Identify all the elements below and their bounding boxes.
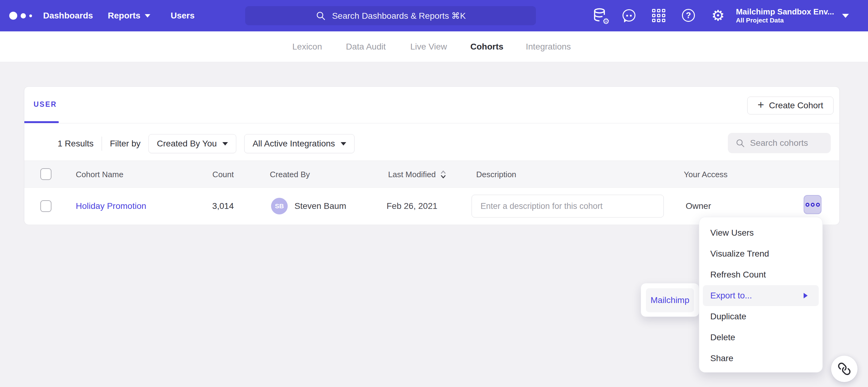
tab-data-audit[interactable]: Data Audit xyxy=(346,31,385,62)
cohorts-screen: Dashboards Reports Users Search Dashboar… xyxy=(0,0,868,387)
logo-dot xyxy=(29,14,32,17)
menu-item-delete[interactable]: Delete xyxy=(699,327,823,348)
tab-label: Lexicon xyxy=(292,42,322,52)
menu-item-export-to[interactable]: Export to... xyxy=(703,285,819,306)
cohort-search xyxy=(728,133,831,153)
search-icon xyxy=(735,138,745,148)
col-last-modified[interactable]: Last Modified xyxy=(388,161,446,188)
menu-item-duplicate[interactable]: Duplicate xyxy=(699,306,823,327)
divider xyxy=(102,137,102,151)
cohort-search-input[interactable] xyxy=(750,138,821,148)
row-actions-button[interactable] xyxy=(804,195,822,214)
tab-user-cohorts[interactable]: USER xyxy=(34,100,57,109)
submenu-item-mailchimp[interactable]: Mailchimp xyxy=(646,288,694,312)
project-name: Mailchimp Sandbox Env... xyxy=(736,7,834,16)
help-icon[interactable]: ? xyxy=(680,7,697,24)
export-submenu: Mailchimp xyxy=(641,283,699,317)
last-modified-cell: Feb 26, 2021 xyxy=(386,188,437,224)
col-description: Description xyxy=(476,161,516,188)
logo-dot xyxy=(21,13,26,19)
tab-integrations[interactable]: Integrations xyxy=(526,31,571,62)
col-your-access: Your Access xyxy=(684,161,727,188)
filter-row: 1 Results Filter by Created By You All A… xyxy=(58,133,354,154)
grid-icon xyxy=(652,9,665,22)
plus-icon: + xyxy=(758,99,764,110)
menu-item-visualize-trend[interactable]: Visualize Trend xyxy=(699,243,823,264)
created-by-dropdown[interactable]: Created By You xyxy=(149,134,236,153)
dot-icon xyxy=(816,203,820,207)
database-gear-icon[interactable]: ⚙ xyxy=(591,7,609,24)
global-search-placeholder: Search Dashboards & Reports ⌘K xyxy=(332,11,466,21)
settings-gear-icon[interactable]: ⚙ xyxy=(709,7,726,24)
menu-item-share[interactable]: Share xyxy=(699,348,823,369)
count-cell: 3,014 xyxy=(185,188,234,224)
tab-label: Live View xyxy=(410,42,447,52)
menu-item-refresh-count[interactable]: Refresh Count xyxy=(699,264,823,285)
nav-reports-label: Reports xyxy=(108,11,141,21)
tab-label: Data Audit xyxy=(346,42,385,52)
created-by-cell: Steven Baum xyxy=(294,188,346,224)
menu-item-view-users[interactable]: View Users xyxy=(699,222,823,243)
chevron-down-icon xyxy=(341,142,346,145)
global-search-input[interactable]: Search Dashboards & Reports ⌘K xyxy=(245,6,536,25)
search-icon xyxy=(315,10,326,21)
submenu-arrow-icon xyxy=(804,293,808,298)
section-tabbar: Lexicon Data Audit Live View Cohorts Int… xyxy=(0,31,868,62)
feedback-icon[interactable] xyxy=(620,7,638,24)
gear-icon: ⚙ xyxy=(602,17,610,25)
integrations-dropdown-value: All Active Integrations xyxy=(253,139,335,149)
tab-lexicon[interactable]: Lexicon xyxy=(292,31,322,62)
avatar: SB xyxy=(271,198,288,214)
nav-dashboards-label: Dashboards xyxy=(43,11,93,21)
nav-users[interactable]: Users xyxy=(170,0,195,31)
menu-item-export-label: Export to... xyxy=(710,291,752,301)
tab-cohorts[interactable]: Cohorts xyxy=(470,31,503,62)
chevron-down-icon xyxy=(222,142,228,145)
col-cohort-name: Cohort Name xyxy=(76,161,124,188)
col-count: Count xyxy=(185,161,234,188)
database-icon: ⚙ xyxy=(593,8,607,23)
table-header: Cohort Name Count Created By Last Modifi… xyxy=(24,161,839,188)
chevron-down-icon xyxy=(145,14,150,17)
project-data-scope: All Project Data xyxy=(736,16,834,24)
cohort-name-cell: Holiday Promotion xyxy=(76,188,146,224)
nav-reports[interactable]: Reports xyxy=(108,0,150,31)
gear-icon: ⚙ xyxy=(711,8,724,23)
cohorts-card: USER + Create Cohort 1 Results Filter by… xyxy=(24,86,840,224)
apps-grid-icon[interactable] xyxy=(650,7,667,24)
row-checkbox[interactable] xyxy=(40,200,52,212)
row-context-menu: View Users Visualize Trend Refresh Count… xyxy=(699,217,823,373)
sort-icon xyxy=(440,169,446,180)
link-icon xyxy=(838,362,851,376)
dot-icon xyxy=(805,203,809,207)
logo-dot xyxy=(9,12,17,20)
col-created-by: Created By xyxy=(270,161,310,188)
copy-link-button[interactable] xyxy=(831,356,858,382)
chevron-down-icon xyxy=(842,14,849,18)
nav-dashboards[interactable]: Dashboards xyxy=(43,0,93,31)
select-all-checkbox[interactable] xyxy=(40,168,52,180)
mixpanel-logo-icon[interactable] xyxy=(9,0,32,31)
top-nav: Dashboards Reports Users Search Dashboar… xyxy=(0,0,868,31)
tab-label: Integrations xyxy=(526,42,571,52)
description-input[interactable] xyxy=(472,195,664,217)
divider xyxy=(24,123,839,124)
filter-by-label: Filter by xyxy=(110,139,141,149)
question-mark-icon: ? xyxy=(682,9,695,22)
project-info: Mailchimp Sandbox Env... All Project Dat… xyxy=(736,7,834,24)
tab-label: Cohorts xyxy=(470,42,503,52)
create-cohort-button[interactable]: + Create Cohort xyxy=(747,97,834,114)
results-count: 1 Results xyxy=(58,139,94,149)
integrations-dropdown[interactable]: All Active Integrations xyxy=(244,134,354,153)
nav-users-label: Users xyxy=(170,11,195,21)
tab-live-view[interactable]: Live View xyxy=(410,31,447,62)
created-by-dropdown-value: Created By You xyxy=(157,139,217,149)
project-selector[interactable]: Mailchimp Sandbox Env... All Project Dat… xyxy=(736,0,849,31)
speech-bubble-icon xyxy=(622,9,636,22)
cohort-name-link[interactable]: Holiday Promotion xyxy=(76,201,146,211)
create-cohort-label: Create Cohort xyxy=(769,101,823,110)
dot-icon xyxy=(811,203,815,207)
